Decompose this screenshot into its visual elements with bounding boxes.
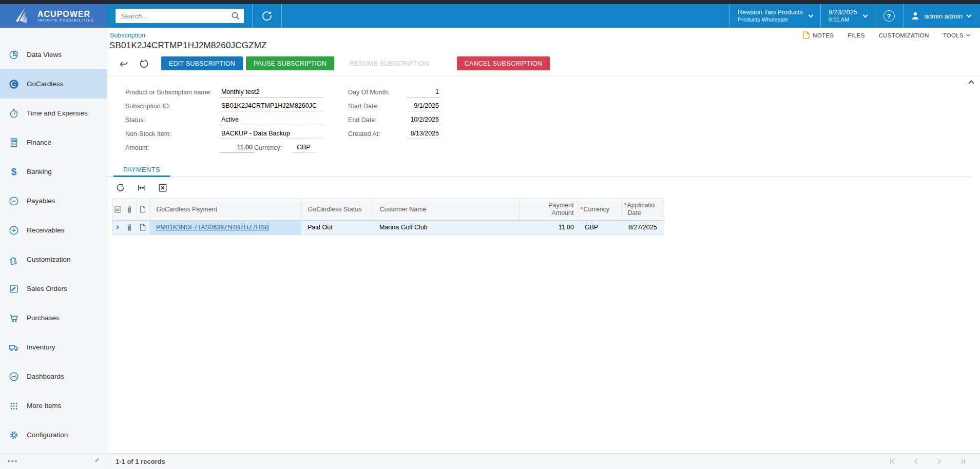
- column-header-application-date[interactable]: *Applicatio Date: [622, 199, 664, 220]
- currency-label: Currency:: [254, 144, 292, 151]
- column-header-currency[interactable]: *Currency: [578, 199, 622, 220]
- tools-link[interactable]: TOOLS: [943, 32, 970, 38]
- chevron-down-icon: [809, 12, 814, 17]
- sidebar-item-purchases[interactable]: Purchases: [0, 303, 107, 333]
- sidebar-item-label: Data Views: [27, 51, 62, 58]
- sidebar-item-customization[interactable]: Customization: [0, 245, 107, 274]
- business-time: 9:01 AM: [829, 16, 857, 23]
- cell-customer-name[interactable]: Marina Golf Club: [373, 220, 519, 234]
- row-attachment-cell[interactable]: [123, 220, 136, 234]
- sidebar-item-time-and-expenses[interactable]: Time and Expenses: [0, 99, 107, 128]
- column-header-gocardless-payment[interactable]: GoCardless Payment: [149, 199, 301, 220]
- search-input[interactable]: [116, 9, 244, 23]
- resume-subscription-button[interactable]: RESUME SUBSCRIPTION: [337, 56, 441, 70]
- company-name: Revision Two Products: [738, 9, 803, 16]
- sidebar-item-label: Customization: [27, 256, 71, 263]
- company-branch-selector[interactable]: Revision Two Products Products Wholesale: [730, 4, 820, 28]
- stopwatch-icon: [8, 107, 20, 120]
- fit-width-icon[interactable]: [137, 183, 146, 192]
- sidebar-item-banking[interactable]: $ Banking: [0, 157, 107, 186]
- tab-payments[interactable]: PAYMENTS: [113, 163, 170, 177]
- help-button[interactable]: ?: [875, 4, 903, 28]
- user-menu[interactable]: admin admin: [904, 4, 980, 28]
- sidebar-item-finance[interactable]: Finance: [0, 128, 107, 157]
- row-note-cell[interactable]: [136, 220, 149, 234]
- prev-page-icon[interactable]: [912, 458, 919, 465]
- end-date-field[interactable]: 10/2/2025: [407, 115, 440, 125]
- cell-gocardless-payment[interactable]: PM01K3NDF7TAS0639ZN4B7HZ7HSB: [149, 220, 301, 234]
- table-row[interactable]: PM01K3NDF7TAS0639ZN4B7HZ7HSB Paid Out Ma…: [112, 220, 664, 234]
- breadcrumb[interactable]: Subscription: [110, 32, 145, 39]
- sidebar-item-payables[interactable]: Payables: [0, 186, 107, 216]
- back-button[interactable]: [117, 57, 130, 70]
- records-count: 1-1 of 1 records: [116, 458, 165, 465]
- sidebar-item-inventory[interactable]: Inventory: [0, 333, 107, 362]
- sidebar-item-sales-orders[interactable]: Sales Orders: [0, 274, 107, 303]
- business-date: 9/23/2025: [829, 9, 857, 16]
- sidebar-item-label: Inventory: [27, 343, 55, 351]
- cell-gocardless-status[interactable]: Paid Out: [301, 220, 373, 234]
- sidebar-item-more-items[interactable]: More Items: [0, 391, 107, 420]
- cancel-subscription-button[interactable]: CANCEL SUBSCRIPTION: [457, 56, 550, 70]
- product-name-label: Product or Subscription name:: [125, 89, 220, 96]
- files-link[interactable]: FILES: [848, 32, 864, 38]
- collapse-panel-icon[interactable]: [968, 80, 974, 86]
- created-at-field[interactable]: 8/13/2025: [407, 129, 440, 139]
- pencil-square-icon: [8, 283, 20, 295]
- first-page-icon[interactable]: [889, 458, 896, 465]
- amount-field[interactable]: 11.00: [220, 143, 254, 153]
- user-icon: [911, 11, 920, 21]
- sidebar-item-dashboards[interactable]: Dashboards: [0, 362, 107, 391]
- edit-subscription-button[interactable]: EDIT SUBSCRIPTION: [161, 56, 243, 70]
- day-of-month-field[interactable]: 1: [407, 87, 440, 97]
- sidebar-item-receivables[interactable]: Receivables: [0, 216, 107, 245]
- product-name-field[interactable]: Monthly test2: [220, 87, 322, 97]
- refresh-icon[interactable]: [116, 183, 125, 192]
- gocardless-icon: [8, 78, 20, 90]
- notes-column-header[interactable]: [136, 199, 149, 220]
- sidebar-item-gocardless[interactable]: GoCardless: [0, 69, 107, 99]
- row-expand-cell[interactable]: [112, 220, 123, 234]
- gauge-icon: [8, 370, 20, 383]
- calculator-icon: [8, 136, 20, 149]
- header-line1: Payment: [548, 202, 573, 209]
- cell-application-date[interactable]: 8/27/2025: [622, 220, 664, 234]
- next-page-icon[interactable]: [936, 458, 943, 465]
- search-icon: [231, 11, 240, 21]
- currency-field[interactable]: GBP: [292, 143, 315, 153]
- required-asterisk: *: [581, 206, 583, 213]
- column-header-payment-amount[interactable]: Payment Amount: [519, 199, 578, 220]
- cell-payment-amount[interactable]: 11.00: [519, 220, 578, 234]
- more-options-icon[interactable]: [7, 458, 18, 464]
- undo-button[interactable]: [138, 57, 151, 70]
- pause-subscription-button[interactable]: PAUSE SUBSCRIPTION: [246, 56, 334, 70]
- plus-circle-icon: [8, 224, 20, 237]
- status-field[interactable]: Active: [220, 115, 322, 125]
- nonstock-item-field[interactable]: BACKUP - Data Backup: [220, 129, 322, 139]
- collapse-sidebar-icon[interactable]: [95, 458, 101, 464]
- subscription-id-field[interactable]: SB01K2J4CRTMP1HJ2M8260JC: [220, 101, 322, 111]
- attachments-column-header[interactable]: [123, 199, 136, 220]
- cell-currency[interactable]: GBP: [578, 220, 622, 234]
- start-date-field[interactable]: 9/1/2025: [407, 101, 440, 111]
- notes-link[interactable]: NOTES: [803, 31, 834, 39]
- sidebar-item-label: More Items: [27, 402, 62, 409]
- main-content: NOTES FILES CUSTOMIZATION TOOLS Subscrip…: [107, 28, 980, 469]
- timer-icon: [261, 10, 273, 22]
- app-logo[interactable]: ACUPOWER INFINITE POSSIBILITIES: [0, 4, 107, 28]
- export-excel-icon[interactable]: [158, 183, 167, 192]
- sidebar-item-configuration[interactable]: Configuration: [0, 420, 107, 450]
- sidebar-item-data-views[interactable]: Data Views: [0, 40, 107, 69]
- row-settings-column-header[interactable]: [112, 199, 123, 220]
- last-page-icon[interactable]: [959, 458, 967, 465]
- time-tracking-button[interactable]: [253, 4, 281, 28]
- header-line2: Amount: [551, 209, 573, 217]
- column-header-customer-name[interactable]: Customer Name: [373, 199, 519, 220]
- customization-link[interactable]: CUSTOMIZATION: [879, 32, 929, 38]
- business-date-selector[interactable]: 9/23/2025 9:01 AM: [821, 4, 875, 28]
- minus-circle-icon: [8, 195, 20, 207]
- payment-link[interactable]: PM01K3NDF7TAS0639ZN4B7HZ7HSB: [156, 224, 269, 231]
- sidebar-item-label: Receivables: [27, 226, 65, 234]
- sidebar-item-label: Configuration: [27, 431, 68, 439]
- column-header-gocardless-status[interactable]: GoCardless Status: [301, 199, 373, 220]
